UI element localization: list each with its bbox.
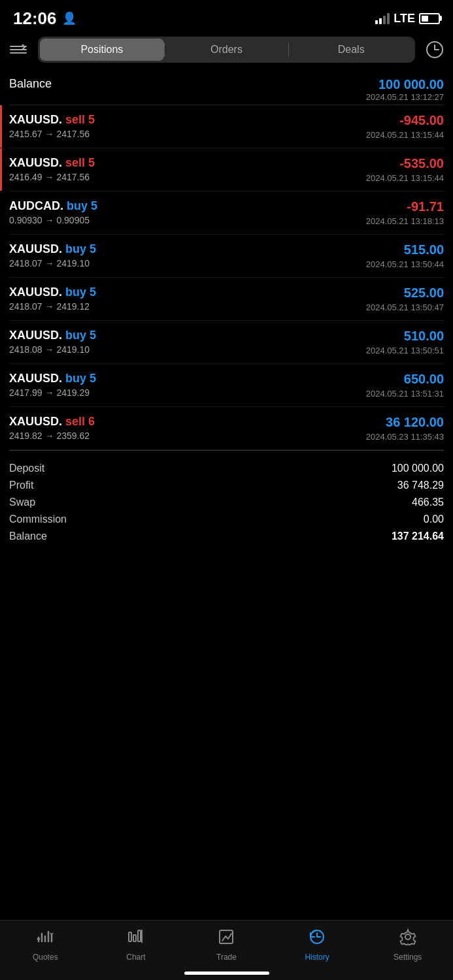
nav-settings-label: Settings (394, 953, 422, 962)
svg-rect-12 (133, 935, 136, 941)
nav-history-label: History (305, 953, 329, 962)
summary-balance-value: 137 214.64 (392, 531, 444, 542)
trade-pnl: 510.00 (366, 329, 444, 344)
trade-symbol: XAUUSD. buy 5 (9, 329, 366, 342)
trade-right: 515.00 2024.05.21 13:50:44 (366, 242, 444, 269)
tab-orders[interactable]: Orders (165, 39, 289, 61)
chart-icon (127, 928, 144, 950)
trade-symbol: XAUUSD. sell 5 (9, 113, 366, 127)
trade-row[interactable]: XAUUSD. buy 5 2418.08 → 2419.10 510.00 2… (9, 321, 444, 364)
trade-symbol: XAUUSD. buy 5 (9, 242, 366, 256)
trade-icon (218, 928, 235, 950)
trade-right: 36 120.00 2024.05.23 11:35:43 (366, 415, 444, 442)
trade-price: 2417.99 → 2419.29 (9, 387, 366, 398)
tab-positions[interactable]: Positions (40, 39, 164, 61)
trade-action: buy 5 (65, 329, 96, 342)
nav-trade[interactable]: Trade (207, 928, 246, 962)
trade-right: 510.00 2024.05.21 13:50:51 (366, 329, 444, 355)
summary-profit-value: 36 748.29 (397, 480, 444, 491)
trade-price: 0.90930 → 0.90905 (9, 215, 366, 225)
trade-pnl: 36 120.00 (366, 415, 444, 430)
clock-icon[interactable] (420, 41, 444, 59)
summary-balance-row: Balance 137 214.64 (9, 528, 444, 545)
summary-profit-row: Profit 36 748.29 (9, 477, 444, 494)
trade-pnl: 650.00 (366, 372, 444, 387)
quotes-icon (37, 928, 54, 950)
trades-list: XAUUSD. sell 5 2415.67 → 2417.56 -945.00… (9, 105, 444, 450)
trade-left: XAUUSD. sell 5 2415.67 → 2417.56 (9, 113, 366, 139)
summary-section: Deposit 100 000.00 Profit 36 748.29 Swap… (9, 450, 444, 554)
nav-settings[interactable]: Settings (388, 928, 428, 962)
trade-row[interactable]: XAUUSD. buy 5 2418.07 → 2419.10 515.00 2… (9, 235, 444, 278)
trade-date: 2024.05.21 13:50:47 (366, 302, 444, 312)
trade-right: 525.00 2024.05.21 13:50:47 (366, 286, 444, 312)
trade-right: -91.71 2024.05.21 13:18:13 (366, 199, 444, 226)
tab-deals[interactable]: Deals (289, 39, 413, 61)
status-right: LTE (375, 12, 440, 25)
history-icon (309, 928, 326, 950)
trade-price: 2418.07 → 2419.12 (9, 301, 366, 312)
trade-left: XAUUSD. buy 5 2418.07 → 2419.10 (9, 242, 366, 269)
trade-date: 2024.05.21 13:50:44 (366, 259, 444, 269)
balance-header-date: 2024.05.21 13:12:27 (366, 92, 444, 102)
svg-rect-13 (138, 930, 141, 941)
summary-commission-label: Commission (9, 514, 67, 525)
trade-action: buy 5 (65, 242, 96, 255)
trade-pnl: 515.00 (366, 242, 444, 257)
summary-swap-label: Swap (9, 497, 35, 508)
trade-right: -535.00 2024.05.21 13:15:44 (366, 156, 444, 183)
balance-header-amount: 100 000.00 (366, 77, 444, 92)
summary-deposit-label: Deposit (9, 463, 44, 474)
trade-pnl: 525.00 (366, 286, 444, 301)
sort-icon[interactable] (9, 43, 33, 56)
trade-row[interactable]: XAUUSD. sell 6 2419.82 → 2359.62 36 120.… (9, 407, 444, 450)
trade-row[interactable]: AUDCAD. buy 5 0.90930 → 0.90905 -91.71 2… (9, 191, 444, 235)
status-bar: 12:06 👤 LTE (0, 0, 453, 33)
trade-symbol: XAUUSD. sell 5 (9, 156, 366, 170)
balance-header-row: Balance 100 000.00 2024.05.21 13:12:27 (9, 71, 444, 105)
trade-price: 2416.49 → 2417.56 (9, 172, 366, 182)
summary-deposit-row: Deposit 100 000.00 (9, 460, 444, 477)
svg-point-19 (405, 934, 411, 939)
trade-date: 2024.05.23 11:35:43 (366, 432, 444, 442)
trade-price: 2419.82 → 2359.62 (9, 431, 366, 441)
trade-row[interactable]: XAUUSD. sell 5 2415.67 → 2417.56 -945.00… (9, 105, 444, 148)
settings-icon (399, 928, 416, 950)
trade-symbol: XAUUSD. buy 5 (9, 372, 366, 385)
tab-group: Positions Orders Deals (38, 37, 415, 63)
trade-left: XAUUSD. sell 6 2419.82 → 2359.62 (9, 415, 366, 441)
trade-row[interactable]: XAUUSD. sell 5 2416.49 → 2417.56 -535.00… (9, 148, 444, 191)
trade-left: XAUUSD. buy 5 2418.07 → 2419.12 (9, 286, 366, 312)
trade-left: XAUUSD. buy 5 2418.08 → 2419.10 (9, 329, 366, 355)
trade-row[interactable]: XAUUSD. buy 5 2417.99 → 2419.29 650.00 2… (9, 364, 444, 407)
trade-date: 2024.05.21 13:15:44 (366, 173, 444, 183)
trade-price: 2418.07 → 2419.10 (9, 258, 366, 269)
trade-indicator (0, 148, 2, 191)
trade-action: buy 5 (65, 372, 96, 385)
trade-date: 2024.05.21 13:50:51 (366, 346, 444, 355)
trade-symbol: XAUUSD. buy 5 (9, 286, 366, 299)
trade-row[interactable]: XAUUSD. buy 5 2418.07 → 2419.12 525.00 2… (9, 278, 444, 321)
trade-left: XAUUSD. buy 5 2417.99 → 2419.29 (9, 372, 366, 398)
trade-action: buy 5 (65, 286, 96, 299)
home-indicator (184, 972, 269, 975)
nav-history[interactable]: History (297, 928, 337, 962)
summary-swap-value: 466.35 (412, 497, 444, 508)
trade-action: buy 5 (67, 199, 97, 212)
trade-left: AUDCAD. buy 5 0.90930 → 0.90905 (9, 199, 366, 225)
trade-indicator (0, 105, 2, 148)
summary-commission-value: 0.00 (424, 514, 444, 525)
trade-action: sell 6 (65, 415, 95, 428)
battery-icon (419, 13, 440, 24)
nav-trade-label: Trade (216, 953, 237, 962)
trade-pnl: -945.00 (366, 113, 444, 128)
trade-date: 2024.05.21 13:51:31 (366, 389, 444, 399)
status-time: 12:06 (13, 8, 57, 29)
trade-action: sell 5 (65, 113, 95, 126)
svg-rect-11 (129, 932, 131, 941)
nav-quotes[interactable]: Quotes (25, 928, 65, 962)
trade-symbol: XAUUSD. sell 6 (9, 415, 366, 429)
balance-header-label: Balance (9, 77, 52, 91)
trade-right: 650.00 2024.05.21 13:51:31 (366, 372, 444, 399)
nav-chart[interactable]: Chart (116, 928, 156, 962)
